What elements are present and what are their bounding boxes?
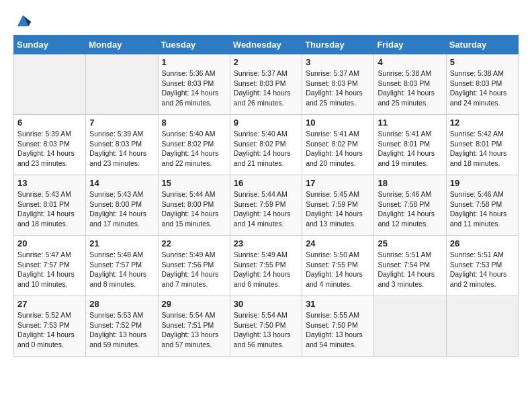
day-number: 13 [17, 178, 82, 188]
weekday-header-monday: Monday [86, 36, 158, 54]
day-number: 20 [17, 238, 82, 248]
day-number: 23 [234, 238, 298, 248]
calendar-week-row: 1Sunrise: 5:36 AMSunset: 8:03 PMDaylight… [14, 54, 519, 115]
weekday-header-thursday: Thursday [302, 36, 374, 54]
weekday-header-row: SundayMondayTuesdayWednesdayThursdayFrid… [14, 36, 519, 54]
day-content: Sunrise: 5:37 AMSunset: 8:03 PMDaylight:… [234, 68, 298, 108]
day-content: Sunrise: 5:51 AMSunset: 7:53 PMDaylight:… [450, 250, 515, 289]
day-content: Sunrise: 5:55 AMSunset: 7:50 PMDaylight:… [306, 310, 370, 350]
calendar-cell: 12Sunrise: 5:42 AMSunset: 8:01 PMDayligh… [446, 115, 518, 175]
day-content: Sunrise: 5:41 AMSunset: 8:02 PMDaylight:… [306, 129, 370, 169]
page-header [13, 13, 519, 28]
calendar-cell: 20Sunrise: 5:47 AMSunset: 7:57 PMDayligh… [14, 236, 86, 296]
day-content: Sunrise: 5:54 AMSunset: 7:50 PMDaylight:… [234, 310, 298, 350]
day-content: Sunrise: 5:40 AMSunset: 8:02 PMDaylight:… [234, 129, 298, 169]
weekday-header-friday: Friday [374, 36, 446, 54]
calendar-cell: 4Sunrise: 5:38 AMSunset: 8:03 PMDaylight… [374, 54, 446, 115]
calendar-cell: 17Sunrise: 5:45 AMSunset: 7:59 PMDayligh… [302, 175, 374, 236]
calendar-cell: 8Sunrise: 5:40 AMSunset: 8:02 PMDaylight… [158, 115, 230, 175]
day-number: 17 [306, 178, 370, 188]
day-number: 2 [234, 57, 298, 67]
calendar-cell: 18Sunrise: 5:46 AMSunset: 7:58 PMDayligh… [374, 175, 446, 236]
day-content: Sunrise: 5:48 AMSunset: 7:57 PMDaylight:… [89, 250, 154, 289]
calendar-cell: 30Sunrise: 5:54 AMSunset: 7:50 PMDayligh… [230, 296, 302, 357]
calendar-week-row: 6Sunrise: 5:39 AMSunset: 8:03 PMDaylight… [14, 115, 519, 175]
day-number: 3 [306, 57, 370, 67]
day-content: Sunrise: 5:44 AMSunset: 8:00 PMDaylight:… [162, 189, 226, 229]
calendar-cell: 19Sunrise: 5:46 AMSunset: 7:58 PMDayligh… [446, 175, 518, 236]
weekday-header-saturday: Saturday [446, 36, 518, 54]
day-content: Sunrise: 5:53 AMSunset: 7:52 PMDaylight:… [89, 310, 154, 350]
day-number: 4 [378, 57, 442, 67]
day-number: 7 [89, 118, 154, 128]
day-number: 21 [89, 238, 154, 248]
day-number: 11 [378, 118, 442, 128]
calendar-table: SundayMondayTuesdayWednesdayThursdayFrid… [13, 35, 519, 357]
calendar-cell [14, 54, 86, 115]
day-number: 12 [450, 118, 515, 128]
logo-icon [13, 13, 32, 28]
day-number: 1 [162, 57, 226, 67]
day-number: 26 [450, 238, 515, 248]
calendar-cell: 15Sunrise: 5:44 AMSunset: 8:00 PMDayligh… [158, 175, 230, 236]
calendar-cell: 27Sunrise: 5:52 AMSunset: 7:53 PMDayligh… [14, 296, 86, 357]
calendar-cell: 21Sunrise: 5:48 AMSunset: 7:57 PMDayligh… [86, 236, 158, 296]
calendar-cell [374, 296, 446, 357]
calendar-cell [446, 296, 518, 357]
day-number: 14 [89, 178, 154, 188]
day-number: 10 [306, 118, 370, 128]
day-content: Sunrise: 5:43 AMSunset: 8:01 PMDaylight:… [17, 189, 82, 229]
day-number: 30 [234, 299, 298, 309]
calendar-cell: 9Sunrise: 5:40 AMSunset: 8:02 PMDaylight… [230, 115, 302, 175]
calendar-week-row: 20Sunrise: 5:47 AMSunset: 7:57 PMDayligh… [14, 236, 519, 296]
day-number: 24 [306, 238, 370, 248]
day-content: Sunrise: 5:52 AMSunset: 7:53 PMDaylight:… [17, 310, 82, 350]
day-number: 16 [234, 178, 298, 188]
day-content: Sunrise: 5:39 AMSunset: 8:03 PMDaylight:… [17, 129, 82, 169]
day-number: 18 [378, 178, 442, 188]
calendar-cell: 5Sunrise: 5:38 AMSunset: 8:03 PMDaylight… [446, 54, 518, 115]
day-number: 15 [162, 178, 226, 188]
day-content: Sunrise: 5:54 AMSunset: 7:51 PMDaylight:… [162, 310, 226, 350]
day-content: Sunrise: 5:38 AMSunset: 8:03 PMDaylight:… [450, 68, 515, 108]
calendar-cell [86, 54, 158, 115]
day-content: Sunrise: 5:40 AMSunset: 8:02 PMDaylight:… [162, 129, 226, 169]
weekday-header-tuesday: Tuesday [158, 36, 230, 54]
calendar-cell: 31Sunrise: 5:55 AMSunset: 7:50 PMDayligh… [302, 296, 374, 357]
day-content: Sunrise: 5:38 AMSunset: 8:03 PMDaylight:… [378, 68, 442, 108]
day-content: Sunrise: 5:49 AMSunset: 7:55 PMDaylight:… [234, 250, 298, 289]
day-content: Sunrise: 5:37 AMSunset: 8:03 PMDaylight:… [306, 68, 370, 108]
day-content: Sunrise: 5:42 AMSunset: 8:01 PMDaylight:… [450, 129, 515, 169]
day-content: Sunrise: 5:46 AMSunset: 7:58 PMDaylight:… [450, 189, 515, 229]
calendar-cell: 24Sunrise: 5:50 AMSunset: 7:55 PMDayligh… [302, 236, 374, 296]
day-number: 25 [378, 238, 442, 248]
logo [13, 13, 34, 28]
calendar-cell: 13Sunrise: 5:43 AMSunset: 8:01 PMDayligh… [14, 175, 86, 236]
calendar-cell: 1Sunrise: 5:36 AMSunset: 8:03 PMDaylight… [158, 54, 230, 115]
day-content: Sunrise: 5:43 AMSunset: 8:00 PMDaylight:… [89, 189, 154, 229]
calendar-cell: 7Sunrise: 5:39 AMSunset: 8:03 PMDaylight… [86, 115, 158, 175]
weekday-header-wednesday: Wednesday [230, 36, 302, 54]
day-content: Sunrise: 5:45 AMSunset: 7:59 PMDaylight:… [306, 189, 370, 229]
calendar-cell: 6Sunrise: 5:39 AMSunset: 8:03 PMDaylight… [14, 115, 86, 175]
day-content: Sunrise: 5:47 AMSunset: 7:57 PMDaylight:… [17, 250, 82, 289]
calendar-cell: 28Sunrise: 5:53 AMSunset: 7:52 PMDayligh… [86, 296, 158, 357]
day-number: 5 [450, 57, 515, 67]
day-content: Sunrise: 5:36 AMSunset: 8:03 PMDaylight:… [162, 68, 226, 108]
day-content: Sunrise: 5:46 AMSunset: 7:58 PMDaylight:… [378, 189, 442, 229]
day-content: Sunrise: 5:51 AMSunset: 7:54 PMDaylight:… [378, 250, 442, 289]
calendar-cell: 10Sunrise: 5:41 AMSunset: 8:02 PMDayligh… [302, 115, 374, 175]
calendar-cell: 26Sunrise: 5:51 AMSunset: 7:53 PMDayligh… [446, 236, 518, 296]
day-number: 9 [234, 118, 298, 128]
calendar-cell: 29Sunrise: 5:54 AMSunset: 7:51 PMDayligh… [158, 296, 230, 357]
day-number: 29 [162, 299, 226, 309]
calendar-cell: 2Sunrise: 5:37 AMSunset: 8:03 PMDaylight… [230, 54, 302, 115]
day-content: Sunrise: 5:39 AMSunset: 8:03 PMDaylight:… [89, 129, 154, 169]
day-content: Sunrise: 5:41 AMSunset: 8:01 PMDaylight:… [378, 129, 442, 169]
calendar-cell: 16Sunrise: 5:44 AMSunset: 7:59 PMDayligh… [230, 175, 302, 236]
day-number: 31 [306, 299, 370, 309]
calendar-cell: 22Sunrise: 5:49 AMSunset: 7:56 PMDayligh… [158, 236, 230, 296]
day-number: 22 [162, 238, 226, 248]
day-number: 8 [162, 118, 226, 128]
day-content: Sunrise: 5:49 AMSunset: 7:56 PMDaylight:… [162, 250, 226, 289]
